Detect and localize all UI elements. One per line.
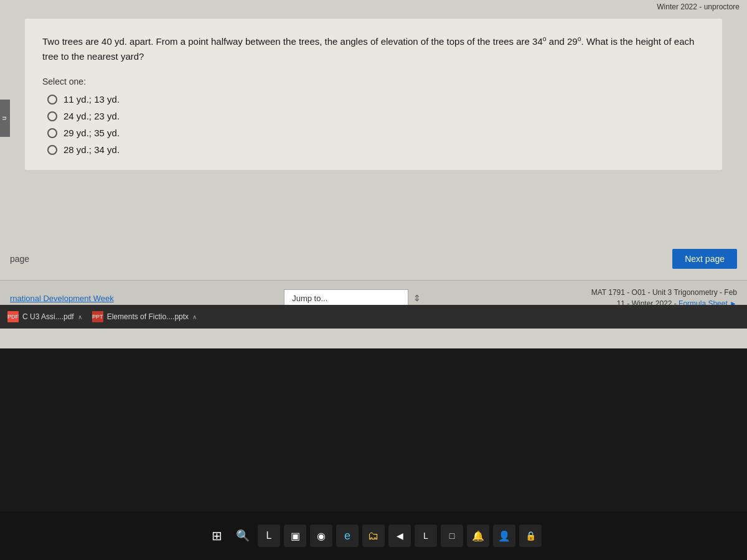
taskbar-files-button[interactable]: 🗂 — [362, 525, 385, 547]
answer-label-1: 11 yd.; 13 yd. — [63, 94, 120, 105]
file-bar-item-1[interactable]: PDF C U3 Assi....pdf ∧ — [7, 311, 82, 322]
question-text: Two trees are 40 yd. apart. From a point… — [42, 34, 705, 64]
taskbar-taskview-button[interactable]: L — [258, 525, 280, 547]
windows-taskbar: ⊞ 🔍 L ▣ ◉ e 🗂 ◀ L □ 🔔 👤 🔒 — [0, 511, 747, 560]
radio-1[interactable] — [47, 95, 57, 105]
top-bar-label: Winter 2022 - unproctore — [657, 2, 740, 11]
file-bar-item-1-label: C U3 Assi....pdf — [22, 312, 74, 321]
course-line-1: MAT 1791 - O01 - Unit 3 Trigonometry - F… — [591, 287, 737, 298]
answer-label-2: 24 yd.; 23 yd. — [63, 111, 120, 121]
next-page-button[interactable]: Next page — [672, 249, 737, 269]
jump-to-arrow-icon: ⇕ — [413, 293, 421, 303]
taskbar-notification-button[interactable]: 🔔 — [467, 525, 489, 547]
sidebar-letter: n — [1, 116, 9, 120]
prev-page-label: page — [10, 254, 29, 264]
taskbar-media-button[interactable]: ◉ — [310, 525, 332, 547]
pptx-icon: PPT — [92, 311, 103, 322]
taskbar-l-button[interactable]: L — [415, 525, 437, 547]
sidebar-indicator: n — [0, 100, 10, 137]
answer-options: 11 yd.; 13 yd. 24 yd.; 23 yd. 29 yd.; 35… — [42, 94, 705, 155]
bottom-nav-left-link[interactable]: rnational Development Week — [10, 294, 114, 303]
answer-label-4: 28 yd.; 34 yd. — [63, 144, 120, 155]
radio-2[interactable] — [47, 111, 57, 121]
taskbar-search-button[interactable]: 🔍 — [232, 525, 254, 547]
radio-4[interactable] — [47, 145, 57, 155]
taskbar-lock-button[interactable]: 🔒 — [519, 525, 542, 547]
pdf-icon: PDF — [7, 311, 19, 322]
file-bar-item-1-chevron: ∧ — [78, 314, 82, 320]
taskbar-window-button[interactable]: □ — [441, 525, 463, 547]
radio-3[interactable] — [47, 128, 57, 138]
answer-option-2[interactable]: 24 yd.; 23 yd. — [47, 111, 705, 121]
file-bar-item-2[interactable]: PPT Elements of Fictio....pptx ∧ — [92, 311, 197, 322]
taskbar-back-button[interactable]: ◀ — [388, 525, 411, 547]
top-bar: Winter 2022 - unproctore — [649, 0, 747, 14]
answer-label-3: 29 yd.; 35 yd. — [63, 128, 120, 138]
start-button[interactable]: ⊞ — [205, 525, 228, 547]
answer-option-3[interactable]: 29 yd.; 35 yd. — [47, 128, 705, 138]
taskbar-edge-button[interactable]: e — [336, 525, 359, 547]
nav-area: page Next page — [0, 243, 747, 275]
taskbar-user-button[interactable]: 👤 — [493, 525, 515, 547]
select-one-label: Select one: — [42, 77, 705, 86]
answer-option-4[interactable]: 28 yd.; 34 yd. — [47, 144, 705, 155]
question-container: Two trees are 40 yd. apart. From a point… — [25, 19, 722, 170]
file-bar-item-2-label: Elements of Fictio....pptx — [107, 312, 189, 321]
file-bar: PDF C U3 Assi....pdf ∧ PPT Elements of F… — [0, 305, 747, 329]
file-bar-item-2-chevron: ∧ — [192, 314, 197, 320]
taskbar-snap-button[interactable]: ▣ — [284, 525, 306, 547]
answer-option-1[interactable]: 11 yd.; 13 yd. — [47, 94, 705, 105]
